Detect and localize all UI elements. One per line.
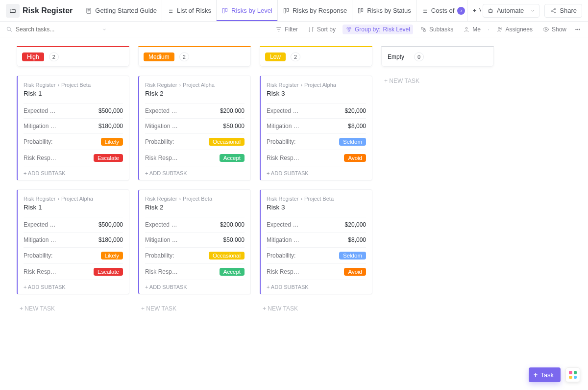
svg-point-20 xyxy=(545,28,547,30)
field-label: Probability: xyxy=(267,252,301,259)
add-view-button[interactable]: + View xyxy=(467,0,480,21)
folder-icon[interactable] xyxy=(6,4,20,18)
field-value: $50,000 xyxy=(223,236,245,243)
filter-icon xyxy=(275,26,282,33)
column-pill: Low xyxy=(265,52,286,61)
field-tag: Likely xyxy=(101,138,123,146)
card-title: Risk 3 xyxy=(267,204,366,211)
task-card[interactable]: Risk Register›Project BetaRisk 2Expected… xyxy=(138,189,251,294)
svg-point-8 xyxy=(489,11,490,11)
share-icon xyxy=(550,7,557,14)
breadcrumb: Risk Register›Project Alpha xyxy=(24,196,123,202)
field-label: Risk Respo… xyxy=(24,155,58,161)
filter-button[interactable]: Filter xyxy=(272,25,301,34)
sort-icon xyxy=(308,26,315,33)
view-tabs: Getting Started Guide List of Risks Risk… xyxy=(80,0,480,21)
new-task-button[interactable]: + NEW TASK xyxy=(17,303,129,314)
add-subtask-button[interactable]: + ADD SUBTASK xyxy=(145,166,245,180)
sortby-button[interactable]: Sort by xyxy=(305,25,339,34)
groupby-button[interactable]: Group by: Risk Level xyxy=(343,25,413,34)
automate-button[interactable]: Automate xyxy=(483,4,540,18)
tab-risks-by-level[interactable]: Risks by Level xyxy=(217,0,278,21)
field-tag: Seldom xyxy=(339,252,366,260)
robot-icon xyxy=(487,7,494,14)
field-tag: Accept xyxy=(220,154,245,162)
field-label: Expected C… xyxy=(24,221,58,228)
breadcrumb: Risk Register›Project Beta xyxy=(267,196,366,202)
tab-list-of-risks[interactable]: List of Risks xyxy=(162,0,217,21)
svg-point-21 xyxy=(576,29,577,30)
field-label: Mitigation … xyxy=(267,123,301,130)
more-icon xyxy=(574,26,581,33)
subtasks-button[interactable]: Subtasks xyxy=(417,25,456,34)
me-button[interactable]: Me xyxy=(460,25,484,34)
tab-label: List of Risks xyxy=(177,7,211,14)
share-button[interactable]: Share xyxy=(544,4,582,18)
add-subtask-button[interactable]: + ADD SUBTASK xyxy=(267,280,366,294)
field-label: Expected C… xyxy=(24,107,58,114)
column-header[interactable]: Empty0 xyxy=(381,46,494,67)
card-field-row: Expected C…$500,000 xyxy=(24,103,123,118)
column-count: 0 xyxy=(414,52,424,61)
svg-point-15 xyxy=(349,27,351,29)
board-column: Empty0+ NEW TASK xyxy=(381,46,494,86)
tool-label: Sort by xyxy=(317,26,336,33)
tab-label: Risks by Level xyxy=(231,7,272,14)
task-card[interactable]: Risk Register›Project AlphaRisk 2Expecte… xyxy=(138,76,251,181)
card-title: Risk 3 xyxy=(267,90,366,97)
tool-label: Assignees xyxy=(506,26,533,33)
card-field-row: Probability:Occasional xyxy=(145,133,245,150)
tab-risks-by-status[interactable]: Risks by Status xyxy=(352,0,416,21)
add-subtask-button[interactable]: + ADD SUBTASK xyxy=(24,280,123,294)
assignees-button[interactable]: Assignees xyxy=(493,25,536,34)
card-field-row: Expected C…$20,000 xyxy=(267,217,366,232)
task-card[interactable]: Risk Register›Project AlphaRisk 1Expecte… xyxy=(17,189,129,294)
tab-getting-started[interactable]: Getting Started Guide xyxy=(80,0,162,21)
column-count: 2 xyxy=(49,52,59,61)
new-task-button[interactable]: + NEW TASK xyxy=(381,76,494,86)
field-value: $180,000 xyxy=(98,236,123,243)
svg-rect-4 xyxy=(287,8,289,11)
add-subtask-button[interactable]: + ADD SUBTASK xyxy=(24,166,123,180)
breadcrumb: Risk Register›Project Beta xyxy=(145,196,245,202)
svg-rect-5 xyxy=(359,8,361,13)
card-field-row: Expected C…$200,000 xyxy=(145,217,245,232)
show-button[interactable]: Show xyxy=(539,25,569,34)
board-icon xyxy=(283,7,290,14)
tab-label: Risks by Status xyxy=(367,7,411,14)
tool-label: Filter xyxy=(285,26,298,33)
add-subtask-button[interactable]: + ADD SUBTASK xyxy=(145,280,245,294)
more-button[interactable] xyxy=(573,25,582,34)
breadcrumb: Risk Register›Project Alpha xyxy=(145,82,245,88)
column-pill: Medium xyxy=(144,52,174,61)
task-card[interactable]: Risk Register›Project BetaRisk 1Expected… xyxy=(17,76,129,181)
chevron-right-icon[interactable]: › xyxy=(457,7,465,15)
board-column: Low2Risk Register›Project AlphaRisk 3Exp… xyxy=(260,46,372,314)
tab-risks-by-response[interactable]: Risks by Response xyxy=(278,0,352,21)
add-subtask-button[interactable]: + ADD SUBTASK xyxy=(267,166,366,180)
field-value: $50,000 xyxy=(223,123,245,130)
tool-label: Me xyxy=(472,26,481,33)
board-icon xyxy=(357,7,364,14)
new-task-button[interactable]: + NEW TASK xyxy=(138,303,251,314)
search-box[interactable] xyxy=(6,26,107,33)
svg-point-17 xyxy=(466,27,468,29)
column-header[interactable]: Low2 xyxy=(260,46,372,67)
list-icon xyxy=(167,7,174,14)
task-card[interactable]: Risk Register›Project AlphaRisk 3Expecte… xyxy=(260,76,372,181)
tab-costs[interactable]: Costs of › xyxy=(416,0,468,21)
person-icon xyxy=(463,26,470,33)
field-label: Expected C… xyxy=(145,107,179,114)
task-card[interactable]: Risk Register›Project BetaRisk 3Expected… xyxy=(260,189,372,294)
field-label: Mitigation … xyxy=(267,236,301,243)
svg-point-10 xyxy=(551,10,552,11)
board-column: Medium2Risk Register›Project AlphaRisk 2… xyxy=(138,46,251,314)
search-input[interactable] xyxy=(16,26,79,33)
chevron-down-icon[interactable] xyxy=(102,26,107,33)
svg-point-22 xyxy=(577,29,578,30)
board-column: High2Risk Register›Project BetaRisk 1Exp… xyxy=(17,46,129,314)
column-header[interactable]: Medium2 xyxy=(138,46,251,67)
field-tag: Occasional xyxy=(209,252,245,260)
column-header[interactable]: High2 xyxy=(17,46,129,67)
new-task-button[interactable]: + NEW TASK xyxy=(260,303,372,314)
